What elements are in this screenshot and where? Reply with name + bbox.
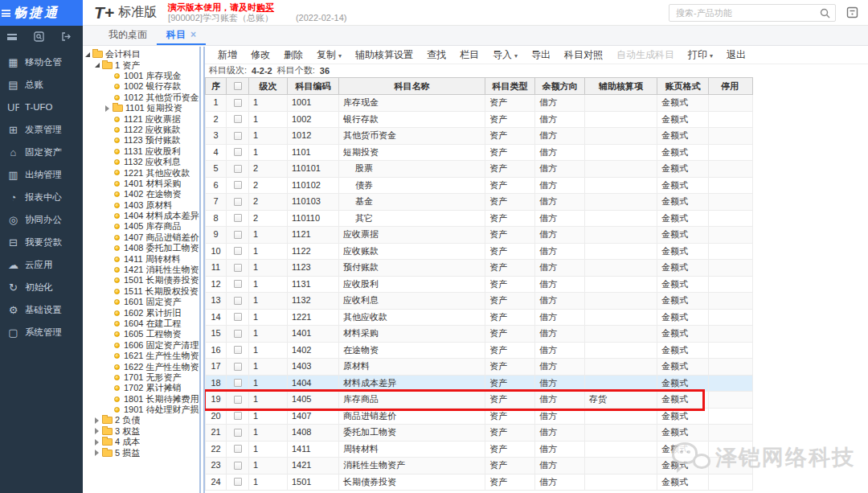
tree-item[interactable]: 1702 累计摊销 xyxy=(83,383,199,393)
sidebar-item[interactable]: ▦ 移动仓管 xyxy=(0,51,83,73)
toolbar-button[interactable]: 打印 xyxy=(688,48,713,62)
tree-item[interactable]: 5 损益 xyxy=(83,447,199,458)
table-row[interactable]: 3 1 1012 其他货币资金 资产 借方 金额式 xyxy=(206,128,752,145)
row-checkbox[interactable] xyxy=(234,313,242,321)
tree-item[interactable]: 1407 商品进销差价 xyxy=(83,232,199,243)
tree-item[interactable]: 1411 周转材料 xyxy=(83,253,199,264)
sidebar-item[interactable]: ▥ 出纳管理 xyxy=(0,163,83,186)
tab[interactable]: 科目× xyxy=(157,25,206,45)
tree-item[interactable]: 1408 委托加工物资 xyxy=(83,243,199,253)
row-checkbox[interactable] xyxy=(234,165,242,173)
tree-expand-icon[interactable] xyxy=(95,417,102,424)
table-row[interactable]: 19 1 1405 库存商品 资产 借方 存货 金额式 xyxy=(206,392,752,409)
toolbar-button[interactable]: 删除 xyxy=(284,48,303,62)
tree-item[interactable]: 1604 在建工程 xyxy=(83,318,199,329)
close-icon[interactable]: × xyxy=(190,29,196,40)
purchase-link[interactable]: 购买 xyxy=(256,2,274,12)
table-row[interactable]: 15 1 1401 材料采购 资产 借方 金额式 xyxy=(206,326,752,343)
table-row[interactable]: 12 1 1131 应收股利 资产 借方 金额式 xyxy=(206,277,752,294)
calculator-icon[interactable] xyxy=(846,6,858,18)
sidebar-item[interactable]: UFO T-UFO xyxy=(0,96,83,118)
table-row[interactable]: 9 1 1121 应收票据 资产 借方 金额式 xyxy=(206,227,752,244)
sidebar-item[interactable]: ↻ 初始化 xyxy=(0,276,83,298)
tree-item[interactable]: 1101 短期投资 xyxy=(83,103,199,113)
tree-expand-icon[interactable] xyxy=(95,450,102,456)
table-row[interactable]: 23 1 1421 消耗性生物资产 资产 借方 金额式 xyxy=(206,458,752,475)
toolbar-button[interactable]: 复制 xyxy=(317,48,342,62)
tree-expand-icon[interactable] xyxy=(95,428,102,434)
table-row[interactable]: 5 2 110101 股票 资产 借方 金额式 xyxy=(206,161,752,178)
menu-icon[interactable] xyxy=(2,10,10,17)
tree-item[interactable]: 1121 应收票据 xyxy=(83,113,199,124)
tree-item[interactable]: 3 权益 xyxy=(83,426,199,437)
row-checkbox[interactable] xyxy=(234,214,242,222)
toolbar-button[interactable]: 自动生成科目 xyxy=(616,48,674,62)
table-row[interactable]: 13 1 1132 应收利息 资产 借方 金额式 xyxy=(206,293,752,310)
tree-expand-icon[interactable] xyxy=(85,52,92,57)
tree-item[interactable]: 1622 生产性生物资产累 xyxy=(83,361,199,372)
table-row[interactable]: 16 1 1402 在途物资 资产 借方 金额式 xyxy=(206,343,752,359)
row-checkbox[interactable] xyxy=(234,148,242,156)
tree-item[interactable]: 1501 长期债券投资 xyxy=(83,275,199,286)
table-row[interactable]: 14 1 1221 其他应收款 资产 借方 金额式 xyxy=(206,310,752,327)
toolbar-button[interactable]: 查找 xyxy=(427,48,446,62)
tree-item[interactable]: 1601 固定资产 xyxy=(83,297,199,307)
sidebar-item[interactable]: ⊟ 我要贷款 xyxy=(0,231,83,253)
tree-item[interactable]: 1621 生产性生物资产 xyxy=(83,351,199,361)
row-checkbox[interactable] xyxy=(234,330,242,338)
sidebar-item[interactable]: ◎ 协同办公 xyxy=(0,208,83,231)
tree-item[interactable]: 1701 无形资产 xyxy=(83,372,199,383)
row-checkbox[interactable] xyxy=(234,198,242,206)
row-checkbox[interactable] xyxy=(234,478,242,486)
table-row[interactable]: 10 1 1122 应收账款 资产 借方 金额式 xyxy=(206,244,752,261)
tree-item[interactable]: 1131 应收股利 xyxy=(83,146,199,157)
row-checkbox[interactable] xyxy=(234,115,242,123)
tree-item[interactable]: 1606 固定资产清理 xyxy=(83,340,199,351)
sidebar-item[interactable]: ◔ 报表中心 xyxy=(0,186,83,208)
tree-item[interactable]: 1 资产 xyxy=(83,60,199,70)
tree-item[interactable]: 1602 累计折旧 xyxy=(83,307,199,318)
toolbar-button[interactable]: 科目对照 xyxy=(564,48,603,62)
search-input[interactable] xyxy=(669,6,820,20)
row-checkbox[interactable] xyxy=(234,280,242,288)
select-all-checkbox[interactable] xyxy=(234,82,242,90)
sidebar-item[interactable]: ▢ 系统管理 xyxy=(0,321,83,343)
table-row[interactable]: 24 1 1501 长期债券投资 资产 借方 金额式 xyxy=(206,475,752,491)
tree-expand-icon[interactable] xyxy=(105,105,113,112)
table-row[interactable]: 20 1 1407 商品进销差价 资产 借方 金额式 xyxy=(206,409,752,425)
tree-item[interactable]: 4 成本 xyxy=(83,437,199,447)
tab[interactable]: 我的桌面× xyxy=(99,25,157,45)
table-row[interactable]: 17 1 1403 原材料 资产 借方 金额式 xyxy=(206,359,752,376)
row-checkbox[interactable] xyxy=(234,462,242,470)
row-checkbox[interactable] xyxy=(234,396,242,404)
toolbar-button[interactable]: 新增 xyxy=(218,48,237,62)
panel-splitter[interactable] xyxy=(199,47,205,493)
collapse-menu-icon[interactable] xyxy=(7,34,17,40)
tree-item[interactable]: 1605 工程物资 xyxy=(83,329,199,339)
tree-item[interactable]: 1122 应收账款 xyxy=(83,125,199,135)
tree-item[interactable]: 1402 在途物资 xyxy=(83,189,199,199)
row-checkbox[interactable] xyxy=(234,181,242,189)
tree-item[interactable]: 1901 待处理财产损溢 xyxy=(83,405,199,415)
table-row[interactable]: 4 1 1101 短期投资 资产 借方 金额式 xyxy=(206,145,752,162)
sidebar-item[interactable]: ▤ 总账 xyxy=(0,73,83,96)
toolbar-button[interactable]: 辅助核算设置 xyxy=(355,48,413,62)
table-row[interactable]: 1 1 1001 库存现金 资产 借方 金额式 xyxy=(206,95,752,112)
row-checkbox[interactable] xyxy=(234,412,242,420)
row-checkbox[interactable] xyxy=(234,445,242,453)
row-checkbox[interactable] xyxy=(234,99,242,107)
row-checkbox[interactable] xyxy=(234,231,242,239)
row-checkbox[interactable] xyxy=(234,264,242,272)
table-row[interactable]: 6 2 110102 债券 资产 借方 金额式 xyxy=(206,178,752,195)
row-checkbox[interactable] xyxy=(234,247,242,255)
row-checkbox[interactable] xyxy=(234,132,242,140)
tree-item[interactable]: 1405 库存商品 xyxy=(83,221,199,232)
toolbar-button[interactable]: 导出 xyxy=(531,48,551,62)
table-row[interactable]: 21 1 1408 委托加工物资 资产 借方 金额式 xyxy=(206,425,752,442)
toolbar-button[interactable]: 栏目 xyxy=(460,48,479,62)
tree-item[interactable]: 1421 消耗性生物资产 xyxy=(83,265,199,275)
tree-item[interactable]: 1403 原材料 xyxy=(83,199,199,210)
toolbar-button[interactable]: 修改 xyxy=(251,48,270,62)
row-checkbox[interactable] xyxy=(234,297,242,305)
tree-expand-icon[interactable] xyxy=(95,439,102,446)
